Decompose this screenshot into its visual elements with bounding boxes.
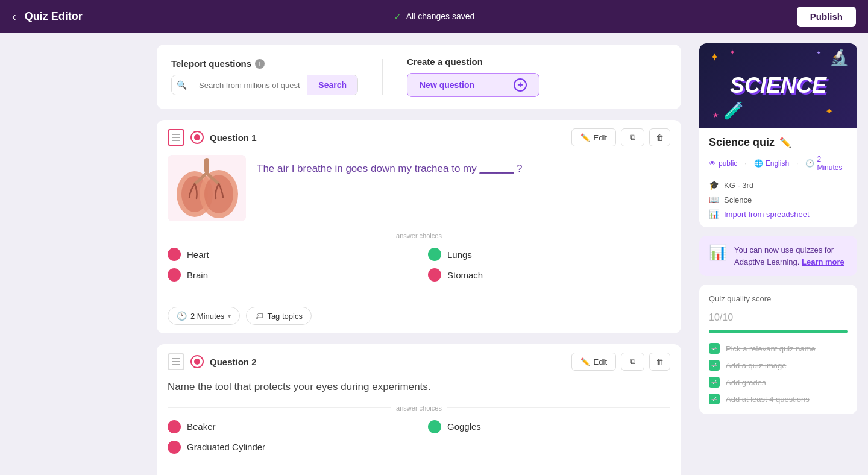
answer-choices-label-1: answer choices (168, 232, 670, 239)
answer-choices-label-2: answer choices (168, 404, 670, 412)
quality-card: Quiz quality score 10/10 ✓ Pick a releva… (699, 285, 857, 414)
question-1-text: The air I breathe in goes down my trache… (257, 155, 522, 221)
check-box-2: ✓ (709, 360, 720, 371)
delete-button-1[interactable]: 🗑 (649, 128, 670, 146)
question-1-actions: ✏️ Edit ⧉ 🗑 (571, 128, 670, 146)
question-1-footer: 🕐 2 Minutes ▾ 🏷 Tag topics (157, 301, 681, 333)
info-icon[interactable]: i (255, 59, 265, 69)
question-type-icon-2 (190, 355, 204, 368)
check-icon-4: ✓ (712, 395, 717, 403)
choices-grid-1: Heart Lungs Brain Stomach (168, 248, 670, 282)
adaptive-text: You can now use quizzes for Adaptive Lea… (734, 244, 848, 268)
meta-visibility: 👁 public (709, 159, 737, 168)
delete-icon: 🗑 (656, 133, 664, 142)
chevron-down-icon: ▾ (228, 313, 231, 319)
create-left: Create a question New question + (407, 57, 539, 97)
target-inner (194, 134, 200, 140)
question-1-body: The air I breathe in goes down my trache… (157, 155, 681, 301)
book-icon: 📖 (709, 195, 719, 204)
question-2-title: Question 2 (210, 357, 565, 367)
choice-beaker: Beaker (168, 420, 410, 433)
question-2-actions: ✏️ Edit ⧉ 🗑 (571, 353, 670, 371)
svg-point-5 (204, 175, 233, 213)
quiz-banner: ✦ ✦ ✦ ★ ✦ ✦ 🧪 🔬 SCIENCE (699, 43, 857, 128)
search-bar-icon: 🔍 (172, 80, 192, 90)
stat-import: 📊 Import from spreadsheet (709, 209, 848, 219)
choice-dot-red-2 (168, 268, 181, 282)
saved-check-icon: ✓ (394, 11, 401, 22)
drag-handle-2[interactable] (168, 353, 184, 370)
choice-dot-green (428, 248, 441, 261)
check-box-1: ✓ (709, 343, 720, 354)
choice-dot-red-3 (428, 268, 441, 282)
choice-dot (168, 420, 181, 433)
quiz-name-row: Science quiz ✏️ (709, 136, 848, 149)
question-2-body: Name the tool that protects your eyes du… (157, 379, 681, 473)
left-panel: Teleport questions i 🔍 Search Create a q… (0, 33, 693, 475)
duplicate-icon: ⧉ (630, 133, 635, 142)
question-1-image (168, 155, 246, 221)
search-button[interactable]: Search (307, 75, 357, 95)
search-input[interactable] (192, 76, 307, 95)
app-header: ‹ Quiz Editor ✓ All changes saved Publis… (0, 0, 868, 33)
check-box-3: ✓ (709, 377, 720, 388)
choice-dot-g (428, 420, 441, 433)
drag-line (172, 361, 180, 362)
choice-heart: Heart (168, 248, 410, 261)
check-item-2: ✓ Add a quiz image (709, 360, 848, 371)
drag-lines (172, 134, 180, 141)
check-icon-1: ✓ (712, 345, 717, 353)
star-deco-6: ✦ (825, 105, 833, 117)
choice-goggles: Goggles (428, 420, 670, 433)
svg-rect-1 (204, 158, 209, 173)
star-deco-2: ✦ (729, 48, 735, 57)
meta-dot-2: · (796, 159, 798, 168)
delete-button-2[interactable]: 🗑 (649, 353, 670, 371)
adaptive-banner: 📊 You can now use quizzes for Adaptive L… (699, 236, 857, 276)
new-question-button[interactable]: New question + (407, 73, 539, 97)
adaptive-chart-icon: 📊 (709, 244, 727, 261)
edit-button-1[interactable]: ✏️ Edit (571, 128, 616, 146)
right-panel: ✦ ✦ ✦ ★ ✦ ✦ 🧪 🔬 SCIENCE Science quiz ✏️ (693, 33, 868, 475)
edit-button-2[interactable]: ✏️ Edit (571, 353, 616, 371)
meta-duration: 🕐 2 Minutes (805, 155, 848, 172)
import-link[interactable]: Import from spreadsheet (724, 210, 810, 219)
stat-grade: 🎓 KG - 3rd (709, 180, 848, 190)
spreadsheet-icon: 📊 (709, 209, 719, 219)
choice-graduated: Graduated Cylinder (168, 441, 410, 454)
tag-icon: 🏷 (255, 311, 263, 321)
save-status: ✓ All changes saved (394, 11, 475, 22)
star-deco-5: ✦ (816, 49, 821, 56)
drag-line (172, 137, 180, 138)
duplicate-button-2[interactable]: ⧉ (621, 353, 644, 371)
save-status-text: All changes saved (406, 11, 475, 21)
microscope-icon: 🔬 (829, 48, 849, 67)
tag-topics-button-1[interactable]: 🏷 Tag topics (246, 307, 312, 325)
question-type-icon-1 (190, 131, 204, 144)
edit-pencil-icon-2: ✏️ (580, 357, 590, 366)
back-button[interactable]: ‹ (12, 10, 16, 24)
learn-more-link[interactable]: Learn more (802, 257, 844, 266)
question-2-text: Name the tool that protects your eyes du… (168, 379, 670, 404)
pencil-icon[interactable]: ✏️ (779, 137, 791, 148)
plus-icon: + (514, 78, 527, 92)
duplicate-button-1[interactable]: ⧉ (621, 128, 644, 146)
language-icon: 🌐 (754, 159, 763, 168)
check-box-4: ✓ (709, 394, 720, 404)
question-2-footer: 🕐 2 Minutes ▾ 🏷 Tag topics (157, 473, 681, 476)
teleport-section: Teleport questions i 🔍 Search Create a q… (157, 45, 681, 109)
publish-button[interactable]: Publish (797, 7, 856, 27)
drag-line (172, 140, 180, 141)
stat-subject: 📖 Science (709, 195, 848, 204)
check-item-4: ✓ Add at least 4 questions (709, 394, 848, 404)
quiz-banner-text: SCIENCE (730, 73, 826, 98)
check-icon-2: ✓ (712, 362, 717, 370)
drag-line (172, 134, 180, 135)
drag-handle-1[interactable] (168, 129, 184, 146)
drag-line (172, 358, 180, 359)
clock-meta-icon: 🕐 (805, 159, 814, 168)
time-select-1[interactable]: 🕐 2 Minutes ▾ (168, 307, 240, 325)
edit-pencil-icon: ✏️ (580, 133, 590, 142)
quiz-stats: 🎓 KG - 3rd 📖 Science 📊 Import from sprea… (709, 180, 848, 219)
teleport-label: Teleport questions i (171, 58, 358, 69)
